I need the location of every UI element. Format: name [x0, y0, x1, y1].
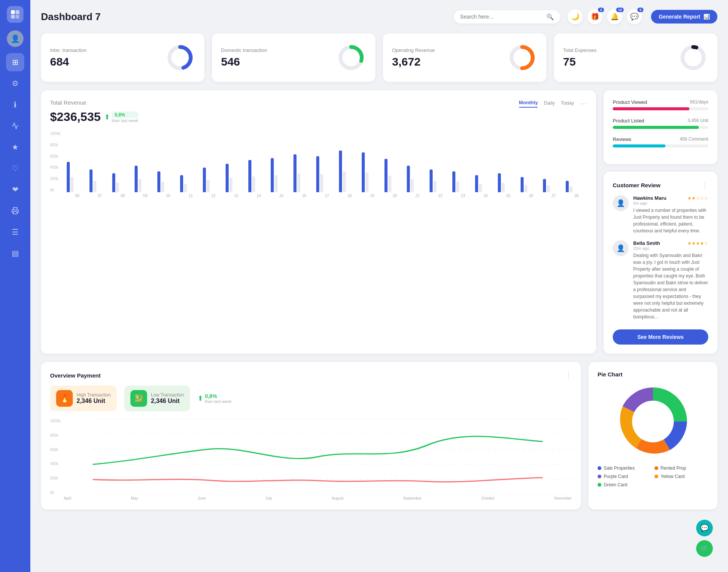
revenue-header: Total Revenue Monthly Daily Today ⋯: [50, 99, 587, 108]
payment-stats: 🔥 High Transaction 2,346 Unit 💹 Low Tran…: [50, 386, 572, 411]
sidebar-item-list[interactable]: ▤: [6, 244, 24, 262]
sidebar-item-heart2[interactable]: ❤: [6, 180, 24, 199]
reviews-value: 456 Comment: [680, 136, 708, 142]
review-content-0: Hawkins Maru ★★☆☆☆ 5m ago I viewed a num…: [633, 195, 708, 234]
reviewer-stars-0: ★★☆☆☆: [687, 196, 708, 201]
reviews-fill: [613, 144, 665, 147]
svg-rect-1: [16, 10, 19, 14]
floating-buttons: 💬 🛒: [696, 520, 713, 557]
donut-1: [336, 42, 366, 73]
revenue-title: Total Revenue: [50, 99, 86, 106]
search-input[interactable]: [460, 14, 543, 20]
donut-0: [165, 42, 195, 73]
sidebar-item-dashboard[interactable]: ⊞: [6, 53, 24, 71]
svg-point-19: [632, 401, 674, 442]
header: Dashboard 7 🔍 🌙 🎁 2 🔔 12 💬 5 Generate Re…: [41, 9, 717, 24]
legend-sale-properties: Sale Properties: [598, 465, 651, 471]
product-listed-label: Product Listed: [613, 118, 644, 124]
sidebar-item-star[interactable]: ★: [6, 138, 24, 156]
revenue-more-options[interactable]: ⋯: [580, 99, 587, 108]
product-viewed-fill: [613, 107, 689, 110]
sidebar-item-activity[interactable]: [6, 117, 24, 135]
reviewer-name-1: Bella Smith: [633, 240, 660, 246]
bar-chart-x-labels: 06 07 08 09 10 11 12 13 14 15 16 17 18 1…: [50, 194, 587, 198]
reviewer-time-1: 20m ago: [633, 246, 708, 251]
notification-bell[interactable]: 🔔 12: [607, 9, 622, 24]
stat-reviews: Reviews 456 Comment: [613, 136, 708, 147]
gift-button[interactable]: 🎁 2: [587, 9, 602, 24]
see-more-reviews-button[interactable]: See More Reviews: [613, 329, 708, 345]
pie-legend: Sale Properties Rented Prop Purple Card …: [598, 465, 708, 487]
tab-daily[interactable]: Daily: [544, 100, 555, 107]
legend-yellow-card: Yellow Card: [654, 474, 708, 479]
line-chart-x-labels: April May June July August September Oct…: [50, 496, 572, 500]
stat-label-2: Operating Revenue: [392, 47, 435, 53]
sidebar-item-info[interactable]: ℹ: [6, 96, 24, 114]
legend-label-sale: Sale Properties: [604, 465, 635, 471]
payment-more-options[interactable]: ⋮: [565, 371, 572, 379]
legend-dot-green: [598, 483, 601, 487]
bell-badge: 12: [616, 8, 624, 12]
sidebar-item-settings[interactable]: ⚙: [6, 74, 24, 92]
legend-label-green: Green Card: [604, 482, 628, 487]
revenue-card: Total Revenue Monthly Daily Today ⋯ $236…: [41, 90, 596, 354]
content-grid: Total Revenue Monthly Daily Today ⋯ $236…: [41, 90, 717, 354]
sidebar-item-heart1[interactable]: ♡: [6, 159, 24, 177]
stat-value-0: 684: [50, 55, 86, 68]
payment-header: Overview Payment ⋮: [50, 371, 572, 379]
product-listed-bar: [613, 126, 708, 129]
bar-chart: 1000k 800k 600k 400k 200k 0k: [50, 132, 587, 198]
pie-card: Pie Chart: [588, 362, 717, 509]
review-header: Customer Review ⋮: [613, 181, 708, 189]
review-more-options[interactable]: ⋮: [701, 181, 708, 189]
float-cart-button[interactable]: 🛒: [696, 540, 713, 557]
legend-green-card: Green Card: [598, 482, 651, 487]
right-panel: Product Viewed 561/days Product Listed 3…: [604, 90, 717, 354]
line-chart: 1000k 800k 600k 400k 200k 0k: [50, 419, 572, 500]
review-content-1: Bella Smith ★★★★☆ 20m ago Dealing with S…: [633, 240, 708, 320]
review-avatar-1: 👤: [613, 240, 629, 256]
customer-review-card: Customer Review ⋮ 👤 Hawkins Maru ★★☆☆☆ 5…: [604, 172, 717, 354]
reviewer-text-1: Dealing with Syamsudin and Bakri was a j…: [633, 252, 708, 320]
float-support-button[interactable]: 💬: [696, 520, 713, 536]
stats-row: Inter. transaction 684 Domestic transact…: [41, 33, 717, 82]
review-title: Customer Review: [613, 182, 661, 188]
reviewer-stars-1: ★★★★☆: [687, 241, 708, 246]
sidebar: 👤 ⊞ ⚙ ℹ ★ ♡ ❤ ☰ ▤: [0, 0, 30, 572]
avatar[interactable]: 👤: [7, 30, 24, 47]
legend-label-yellow: Yellow Card: [661, 474, 685, 479]
revenue-tabs: Monthly Daily Today ⋯: [519, 99, 587, 108]
payment-pct-value: 0,8%: [205, 393, 231, 399]
sidebar-item-lines[interactable]: ☰: [6, 223, 24, 241]
high-transaction-icon: 🔥: [56, 390, 73, 407]
search-bar[interactable]: 🔍: [454, 10, 560, 24]
generate-report-button[interactable]: Generate Report 📊: [651, 10, 717, 24]
stat-card-revenue: Operating Revenue 3,672: [383, 33, 546, 82]
high-transaction-box: 🔥 High Transaction 2,346 Unit: [50, 386, 117, 411]
payment-card: Overview Payment ⋮ 🔥 High Transaction 2,…: [41, 362, 581, 509]
svg-rect-3: [16, 15, 19, 19]
svg-rect-4: [13, 212, 17, 214]
tab-today[interactable]: Today: [561, 100, 574, 107]
sidebar-item-print[interactable]: [6, 202, 24, 220]
stat-label-3: Total Expenses: [563, 47, 596, 53]
donut-2: [507, 42, 537, 73]
bottom-row: Overview Payment ⋮ 🔥 High Transaction 2,…: [41, 362, 717, 509]
reviewer-text-0: I viewed a number of properties with Jus…: [633, 207, 708, 234]
sidebar-logo[interactable]: [7, 6, 24, 23]
dark-mode-toggle[interactable]: 🌙: [568, 9, 583, 24]
svg-rect-0: [11, 10, 15, 14]
right-stats-card: Product Viewed 561/days Product Listed 3…: [604, 90, 717, 164]
reviews-label: Reviews: [613, 136, 631, 142]
low-transaction-icon: 💹: [130, 390, 147, 407]
legend-dot-yellow: [654, 475, 658, 478]
legend-label-purple: Purple Card: [604, 474, 628, 479]
reviewer-time-0: 5m ago: [633, 201, 708, 205]
tab-monthly[interactable]: Monthly: [519, 100, 538, 108]
product-viewed-label: Product Viewed: [613, 99, 647, 105]
stat-card-domestic: Domestic transaction 546: [212, 33, 375, 82]
page-title: Dashboard 7: [41, 11, 454, 23]
legend-rented-prop: Rented Prop: [654, 465, 708, 471]
low-transaction-value: 2,346 Unit: [151, 398, 184, 404]
messages-button[interactable]: 💬 5: [627, 9, 642, 24]
